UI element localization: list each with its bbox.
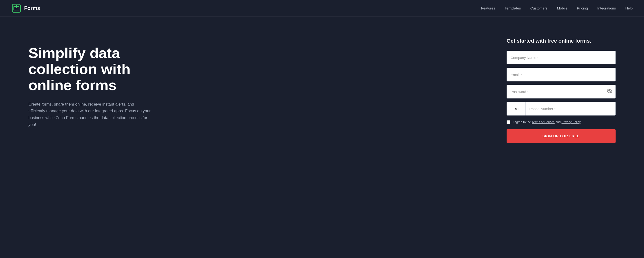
nav-customers[interactable]: Customers (530, 6, 548, 10)
phone-field-row: +91 (506, 102, 616, 115)
phone-number-input[interactable] (526, 102, 616, 115)
hero-title: Simplify data collection with online for… (28, 45, 166, 93)
terms-row: I agree to the Terms of Service and Priv… (506, 120, 616, 124)
terms-prefix: I agree to the (513, 120, 532, 124)
email-field-wrapper (506, 68, 616, 81)
main-nav: Features Templates Customers Mobile Pric… (481, 6, 633, 10)
company-name-input[interactable] (506, 51, 616, 64)
right-section: Get started with free online forms. (506, 35, 616, 143)
forms-logo-icon (11, 3, 21, 13)
password-input[interactable] (506, 85, 616, 98)
signup-button[interactable]: SIGN UP FOR FREE (506, 129, 616, 143)
privacy-policy-link[interactable]: Privacy Policy (562, 120, 580, 124)
hero-description: Create forms, share them online, receive… (28, 101, 152, 129)
email-input[interactable] (506, 68, 616, 81)
main-content: Simplify data collection with online for… (0, 16, 644, 258)
header: Forms Features Templates Customers Mobil… (0, 0, 644, 16)
terms-text: I agree to the Terms of Service and Priv… (513, 120, 581, 124)
terms-and: and (555, 120, 562, 124)
phone-prefix-display: +91 (506, 102, 526, 115)
terms-of-service-link[interactable]: Terms of Service (532, 120, 555, 124)
nav-pricing[interactable]: Pricing (577, 6, 588, 10)
left-section: Simplify data collection with online for… (28, 35, 166, 128)
logo-text: Forms (24, 5, 40, 11)
signup-form: +91 I agree to the Terms of Service and … (506, 51, 616, 143)
nav-mobile[interactable]: Mobile (557, 6, 568, 10)
company-name-field-wrapper (506, 51, 616, 64)
nav-templates[interactable]: Templates (505, 6, 521, 10)
nav-help[interactable]: Help (625, 6, 633, 10)
form-title: Get started with free online forms. (506, 38, 616, 44)
password-toggle-icon[interactable] (607, 89, 612, 94)
logo-area: Forms (11, 3, 40, 13)
nav-features[interactable]: Features (481, 6, 495, 10)
password-field-wrapper (506, 85, 616, 98)
terms-checkbox[interactable] (506, 120, 510, 124)
nav-integrations[interactable]: Integrations (597, 6, 616, 10)
terms-suffix: . (580, 120, 582, 124)
